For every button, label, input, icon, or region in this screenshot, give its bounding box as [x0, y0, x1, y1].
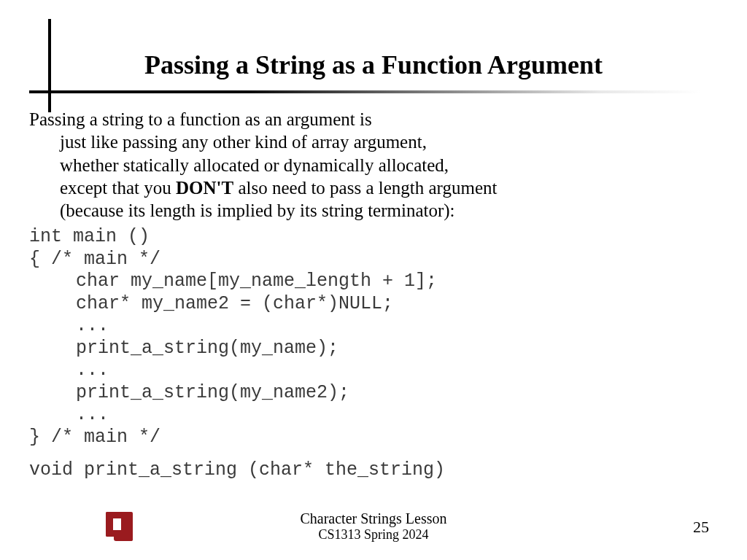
para-line: just like passing any other kind of arra… [29, 131, 715, 153]
para-line: whether statically allocated or dynamica… [29, 154, 715, 176]
para-line: (because its length is implied by its st… [29, 199, 715, 222]
code-block: int main () { /* main */ char my_name[my… [29, 226, 715, 448]
code-line: int main () [29, 226, 715, 249]
footer-course: CS1313 Spring 2024 [0, 527, 747, 542]
page-number: 25 [693, 518, 709, 537]
footer-center: Character Strings Lesson CS1313 Spring 2… [0, 510, 747, 542]
para-line: Passing a string to a function as an arg… [29, 108, 715, 131]
code-line: print_a_string(my_name); [29, 338, 715, 360]
slide-footer: Character Strings Lesson CS1313 Spring 2… [0, 509, 747, 545]
para-line: except that you DON'T also need to pass … [29, 176, 715, 199]
para-text: also need to pass a length argument [233, 178, 497, 198]
code-line: char* my_name2 = (char*)NULL; [29, 293, 715, 316]
footer-lesson: Character Strings Lesson [0, 510, 747, 527]
slide-title: Passing a String as a Function Argument [0, 50, 747, 80]
code-line: ... [29, 404, 715, 427]
slide-body: Passing a string to a function as an arg… [29, 108, 715, 482]
code-line: } /* main */ [29, 427, 715, 449]
code-line: char my_name[my_name_length + 1]; [29, 271, 715, 293]
code-decl: void print_a_string (char* the_string) [29, 459, 715, 481]
code-line: ... [29, 315, 715, 338]
code-line: { /* main */ [29, 249, 715, 271]
code-line: print_a_string(my_name2); [29, 382, 715, 405]
decor-horizontal-bar [29, 90, 700, 93]
code-line: ... [29, 359, 715, 382]
para-emph: DON'T [176, 178, 233, 198]
para-text: except that you [60, 178, 176, 198]
